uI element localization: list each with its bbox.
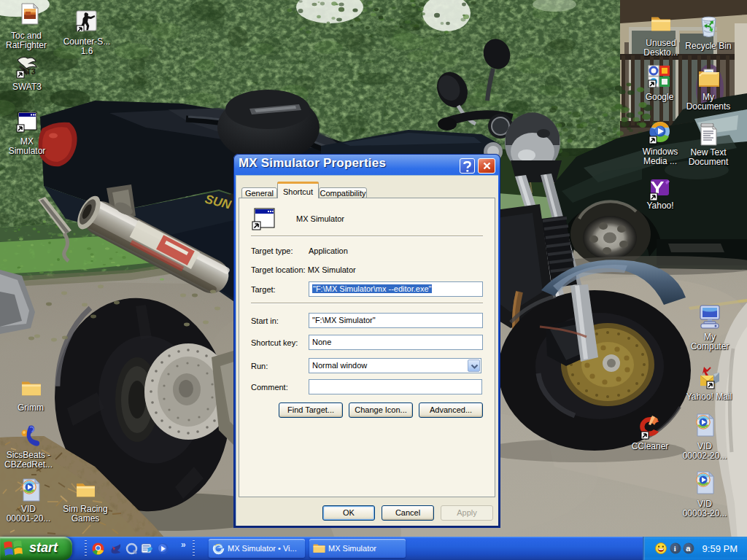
svg-text:i: i	[674, 545, 676, 553]
svg-text:a: a	[686, 544, 691, 553]
